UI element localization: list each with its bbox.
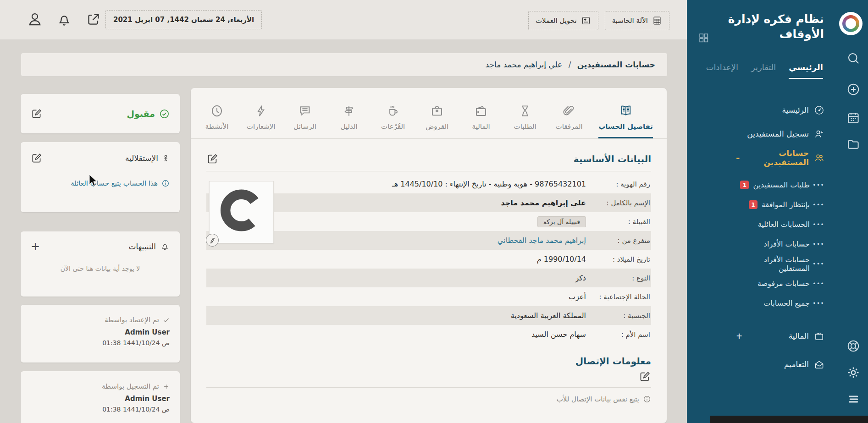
breadcrumb-current: علي إبراهيم محمد ماجد <box>486 60 563 69</box>
ellipsis-icon: ••• <box>814 181 824 188</box>
tab-attachments[interactable]: المرفقات <box>554 96 584 138</box>
registered-by-user: Admin User <box>31 395 170 403</box>
sidebar-item-label: بإنتظار الموافقة <box>762 200 810 209</box>
calculator-label: الآلة الحاسبة <box>612 16 648 25</box>
edit-contact-button[interactable] <box>206 370 651 383</box>
sidebar-item-pending-approval[interactable]: ••• بإنتظار الموافقة 1 <box>736 195 824 214</box>
field-row-birthdate: تاريخ الميلاد : 1990/10/14 م <box>206 250 651 269</box>
book-icon <box>619 104 633 118</box>
tab-draws[interactable]: القُرْعات <box>378 96 408 138</box>
currency-convert-label: تحويل العملات <box>536 16 577 25</box>
approved-by-user: Admin User <box>31 328 170 336</box>
account-tabs: تفاصيل الحساب المرفقات الطلبات المالية ا… <box>191 88 667 139</box>
sidebar-item-all-accounts[interactable]: ••• جميع الحسابات <box>736 293 824 313</box>
tab-label: المرفقات <box>556 122 583 131</box>
sidebar-item-label: تسجيل المستفيدين <box>747 129 809 138</box>
sidebar-item-independent-individual-accounts[interactable]: ••• حسابات الأفراد المستقلين <box>736 254 824 274</box>
wallet-icon <box>474 104 488 118</box>
approved-by-title: تم الإعتماد بواسطة <box>105 316 159 324</box>
sidebar-item-home[interactable]: الرئيسية <box>736 98 824 122</box>
tab-directory[interactable]: الدليل <box>334 96 364 138</box>
field-value: أعزب <box>206 292 586 301</box>
sidebar-item-label: حسابات الأفراد <box>764 240 810 248</box>
menu-lines-icon[interactable] <box>846 392 860 406</box>
users-icon <box>814 153 824 163</box>
help-lifebuoy-icon[interactable] <box>846 339 860 353</box>
share-icon[interactable] <box>85 11 102 27</box>
alerts-card: التنبيهات + لا يوجد أية بيانات هنا حتى ا… <box>21 231 180 297</box>
sidebar-item-label: حسابات المستفيدين <box>745 148 809 167</box>
sidebar-item-rejected-accounts[interactable]: ••• حسابات مرفوضة <box>736 274 824 293</box>
basic-info-section: البيانات الأساسية رقم الهوية : 987654321… <box>191 153 667 403</box>
status-card: مقبول <box>21 94 180 133</box>
edit-pencil-icon <box>206 153 219 165</box>
add-alert-button[interactable]: + <box>31 242 40 251</box>
sidebar-item-circulars[interactable]: التعاميم <box>736 352 824 376</box>
expand-indicator[interactable]: + <box>736 331 742 341</box>
field-row-mother-name: اسم الأم : سهام حسن السيد <box>206 325 651 344</box>
ellipsis-icon: ••• <box>814 260 824 267</box>
app-title: نظام فكره لإدارة الأوقاف <box>711 12 824 42</box>
sidebar-tab-reports[interactable]: التقارير <box>751 62 776 79</box>
sidebar-tabs: الرئيسي التقارير الإعدادات <box>706 62 823 79</box>
clock-icon <box>210 104 224 118</box>
tab-account-details[interactable]: تفاصيل الحساب <box>598 96 653 138</box>
sidebar-item-register-beneficiaries[interactable]: تسجيل المستفيدين <box>736 122 824 146</box>
current-date[interactable]: الأربعاء, 24 شعبان 1442, 07 ابريل 2021 <box>105 10 262 29</box>
sidebar-tab-settings[interactable]: الإعدادات <box>706 62 738 79</box>
field-row-nationality: الجنسية : المملكة العربية السعودية <box>206 306 651 325</box>
tab-loans[interactable]: القروض <box>422 96 452 138</box>
sidebar-item-family-accounts[interactable]: ••• الحسابات العائلية <box>736 214 824 234</box>
currency-convert-button[interactable]: تحويل العملات <box>528 11 598 30</box>
edit-basic-info-button[interactable] <box>206 153 219 165</box>
field-label: متفرع من : <box>586 236 651 245</box>
registered-by-title-row: تم التسجيل بواسطة <box>31 382 170 390</box>
tab-activities[interactable]: الأنشطة <box>202 96 232 138</box>
field-row-gender: النوع : ذكر <box>206 269 651 287</box>
bell-icon[interactable] <box>56 11 72 27</box>
sidebar-item-beneficiary-accounts[interactable]: حسابات المستفيدين - <box>736 146 824 170</box>
calendar-icon[interactable] <box>846 111 860 125</box>
tab-notifications[interactable]: الإشعارات <box>246 96 276 138</box>
sidebar-tab-main[interactable]: الرئيسي <box>789 62 823 79</box>
gear-icon[interactable] <box>846 366 860 379</box>
tab-requests[interactable]: الطلبات <box>510 96 540 138</box>
lightning-icon <box>254 104 268 118</box>
tab-label: القُرْعات <box>381 122 405 131</box>
collapse-indicator[interactable]: - <box>736 152 740 163</box>
edit-independence-button[interactable] <box>31 152 43 164</box>
registered-by-card: تم التسجيل بواسطة Admin User 01:38 1441/… <box>21 371 180 423</box>
independence-card: الإستقلالية هذا الحساب يتبع حساب العائلة <box>21 142 180 212</box>
tab-label: الأنشطة <box>205 122 229 131</box>
contact-note-text: يتبع نفس بيانات الإتصال للأب <box>557 395 639 403</box>
sidebar-item-individual-accounts[interactable]: ••• حسابات الأفراد <box>736 234 824 254</box>
count-badge: 1 <box>749 200 757 209</box>
tab-label: الرسائل <box>293 122 316 131</box>
apps-grid-icon[interactable] <box>698 32 709 44</box>
tab-finance[interactable]: المالية <box>466 96 496 138</box>
sidebar-item-finance[interactable]: المالية + <box>736 324 824 348</box>
tab-messages[interactable]: الرسائل <box>290 96 320 138</box>
tab-label: المالية <box>472 122 490 131</box>
breadcrumb-separator: / <box>569 60 571 69</box>
topbar: الأربعاء, 24 شعبان 1442, 07 ابريل 2021 ا… <box>0 0 688 39</box>
folder-icon[interactable] <box>846 137 860 151</box>
registered-by-time: 01:38 1441/10/24 ص <box>31 406 170 413</box>
user-icon[interactable] <box>27 11 43 27</box>
field-value: ذكر <box>206 274 586 282</box>
bottom-dark-strip <box>710 416 868 423</box>
field-label: رقم الهوية : <box>586 180 651 188</box>
contact-section-head: معلومات الإتصال <box>206 356 651 367</box>
tribe-chip[interactable]: قبييلة آل بركة <box>537 216 586 227</box>
chat-icon <box>298 104 312 118</box>
field-value: سهام حسن السيد <box>206 330 586 339</box>
person-placeholder-icon <box>210 181 273 243</box>
independence-note: هذا الحساب يتبع حساب العائلة <box>31 179 170 187</box>
breadcrumb-section[interactable]: حسابات المستفيدين <box>577 60 655 69</box>
sidebar-item-beneficiary-requests[interactable]: ••• طلبات المستفيدين 1 <box>736 175 824 195</box>
calculator-button[interactable]: الآلة الحاسبة <box>605 11 669 30</box>
add-circle-icon[interactable] <box>846 82 860 96</box>
edit-status-button[interactable] <box>31 108 43 120</box>
status-text: مقبول <box>127 109 155 119</box>
search-icon[interactable] <box>846 51 860 65</box>
